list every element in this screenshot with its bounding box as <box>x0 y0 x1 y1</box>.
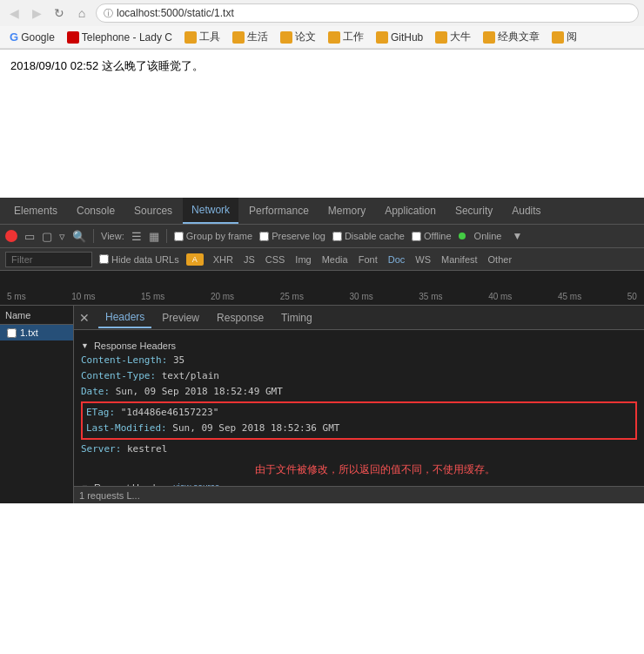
view-list-icon[interactable]: ☰ <box>131 230 142 243</box>
search-icon[interactable]: 🔍 <box>72 230 86 243</box>
annotation-text: 由于文件被修改，所以返回的值不同，不使用缓存。 <box>255 462 637 477</box>
telephone-icon <box>67 31 79 44</box>
filter-css[interactable]: CSS <box>263 253 288 266</box>
online-label: Online <box>474 231 502 241</box>
name-column-header: Name <box>5 310 30 320</box>
header-last-modified: Last-Modified: Sun, 09 Sep 2018 18:52:36… <box>86 421 632 436</box>
tab-sources[interactable]: Sources <box>125 198 181 224</box>
bookmark-tools-label: 工具 <box>199 30 220 44</box>
bookmark-github[interactable]: GitHub <box>372 30 427 45</box>
timeline-35ms: 35 ms <box>419 292 442 301</box>
camera-icon[interactable]: ▢ <box>42 230 52 243</box>
reload-button[interactable]: ↻ <box>50 4 68 22</box>
detail-tab-preview[interactable]: Preview <box>155 308 206 327</box>
filter-manifest[interactable]: Manifest <box>439 253 480 266</box>
tab-application[interactable]: Application <box>376 198 445 224</box>
bookmark-tools[interactable]: 工具 <box>180 28 225 46</box>
header-name-etag: ETag: <box>86 407 115 418</box>
response-headers-triangle[interactable]: ▼ <box>81 341 89 350</box>
timeline-5ms: 5 ms <box>7 292 26 301</box>
offline-checkbox[interactable]: Offline <box>412 231 452 241</box>
bookmark-work[interactable]: 工作 <box>324 28 368 46</box>
tab-audits[interactable]: Audits <box>503 198 549 224</box>
detail-tab-response[interactable]: Response <box>210 308 271 327</box>
tab-memory[interactable]: Memory <box>319 198 374 224</box>
clear-button[interactable]: ▭ <box>24 230 35 243</box>
header-value-content-length: 35 <box>173 354 184 366</box>
bookmarks-bar: G Google Telephone - Lady C 工具 生活 论文 工作 … <box>0 26 644 49</box>
filter-tags: XHR JS CSS Img Media Font Doc WS Manifes… <box>211 253 514 266</box>
header-value-server: kestrel <box>127 443 167 455</box>
detail-tab-timing[interactable]: Timing <box>274 308 319 327</box>
bookmark-read[interactable]: 阅 <box>547 28 581 46</box>
file-list: Name 1.txt <box>0 306 74 503</box>
hide-data-urls-checkbox[interactable]: Hide data URLs <box>99 254 179 265</box>
response-headers-section: ▼ Response Headers <box>81 340 637 351</box>
tab-network[interactable]: Network <box>183 198 238 224</box>
toolbar-separator2 <box>166 229 167 243</box>
tab-elements[interactable]: Elements <box>5 198 66 224</box>
header-etag: ETag: "1d4486e46157223" <box>86 405 632 421</box>
filter-input[interactable] <box>5 252 92 267</box>
filter-icon-colored: A <box>186 253 204 266</box>
header-server: Server: kestrel <box>81 442 637 457</box>
bookmark-daniu[interactable]: 大牛 <box>431 28 475 46</box>
header-value-etag: "1d4486e46157223" <box>121 407 219 418</box>
bookmark-life[interactable]: 生活 <box>228 28 272 46</box>
group-by-frame-checkbox[interactable]: Group by frame <box>174 231 252 241</box>
filter-media[interactable]: Media <box>319 253 351 266</box>
address-bar[interactable]: ⓘ localhost:5000/static/1.txt <box>96 3 639 23</box>
home-button[interactable]: ⌂ <box>73 4 91 22</box>
bookmark-telephone-label: Telephone - Lady C <box>82 31 172 44</box>
view-grid-icon[interactable]: ▦ <box>149 230 159 243</box>
bookmark-classic-label: 经典文章 <box>498 30 540 44</box>
header-name-content-type: Content-Type: <box>81 370 156 381</box>
toolbar-separator <box>93 229 94 243</box>
header-date: Date: Sun, 09 Sep 2018 18:52:49 GMT <box>81 384 637 400</box>
bookmark-classic[interactable]: 经典文章 <box>479 28 544 46</box>
bookmark-telephone[interactable]: Telephone - Lady C <box>63 30 177 45</box>
preserve-log-checkbox[interactable]: Preserve log <box>259 231 325 241</box>
filter-icon[interactable]: ▿ <box>59 230 65 243</box>
etag-lastmodified-highlight: ETag: "1d4486e46157223" Last-Modified: S… <box>81 401 637 440</box>
filter-js[interactable]: JS <box>241 253 258 266</box>
bookmark-google-label: Google <box>21 31 55 44</box>
filter-xhr[interactable]: XHR <box>211 253 236 266</box>
timeline-30ms: 30 ms <box>350 292 373 301</box>
page-content: 2018/09/10 02:52 这么晚了该睡觉了。 <box>0 50 644 198</box>
timeline-20ms: 20 ms <box>211 292 234 301</box>
detail-tab-headers[interactable]: Headers <box>98 307 151 328</box>
timeline-labels: 5 ms 10 ms 15 ms 20 ms 25 ms 30 ms 35 ms… <box>0 292 644 305</box>
back-button[interactable]: ◀ <box>5 4 23 22</box>
file-list-header: Name <box>0 306 73 325</box>
tab-console[interactable]: Console <box>68 198 124 224</box>
record-button[interactable] <box>5 230 17 242</box>
bookmark-paper[interactable]: 论文 <box>276 28 320 46</box>
disable-cache-checkbox[interactable]: Disable cache <box>332 231 405 241</box>
file-item-1txt[interactable]: 1.txt <box>0 325 73 340</box>
detail-close-button[interactable]: ✕ <box>79 311 90 325</box>
filter-ws[interactable]: WS <box>413 253 433 266</box>
bookmark-work-label: 工作 <box>343 30 364 44</box>
filter-other[interactable]: Other <box>486 253 515 266</box>
dropdown-arrow-icon[interactable]: ▼ <box>512 230 522 242</box>
filter-doc[interactable]: Doc <box>386 253 408 266</box>
header-value-last-modified: Sun, 09 Sep 2018 18:52:36 GMT <box>172 422 339 434</box>
google-icon: G <box>10 30 18 44</box>
filter-font[interactable]: Font <box>356 253 380 266</box>
detail-tab-bar: ✕ Headers Preview Response Timing <box>74 306 644 330</box>
response-headers-label: Response Headers <box>94 340 176 351</box>
forward-button[interactable]: ▶ <box>28 4 45 22</box>
filter-img[interactable]: Img <box>292 253 313 266</box>
network-panel: Name 1.txt ✕ Headers Preview Response <box>0 306 644 503</box>
tab-security[interactable]: Security <box>446 198 501 224</box>
timeline-50ms: 50 <box>627 292 637 301</box>
url-text: localhost:5000/static/1.txt <box>117 7 234 19</box>
timeline-15ms: 15 ms <box>141 292 164 301</box>
header-name-date: Date: <box>81 386 110 397</box>
page-text: 2018/09/10 02:52 这么晚了该睡觉了。 <box>10 59 204 72</box>
timeline-25ms: 25 ms <box>280 292 304 301</box>
tab-performance[interactable]: Performance <box>240 198 318 224</box>
classic-folder-icon <box>483 31 495 44</box>
bookmark-google[interactable]: G Google <box>5 29 59 45</box>
